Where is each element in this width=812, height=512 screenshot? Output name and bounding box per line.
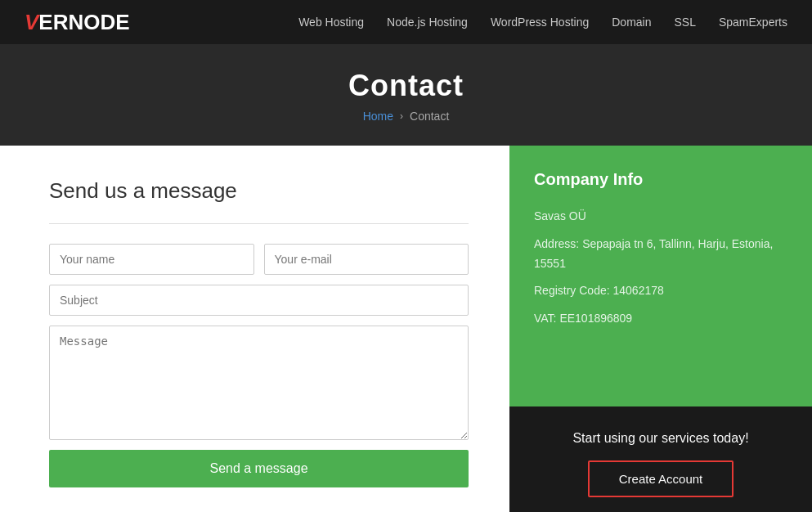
content-wrapper: Send us a message Send a message Company… — [0, 146, 812, 512]
message-textarea[interactable] — [49, 326, 469, 440]
company-address: Address: Sepapaja tn 6, Tallinn, Harju, … — [534, 235, 787, 274]
logo-rest: ERNODE — [38, 10, 129, 35]
nav-links: Web Hosting Node.js Hosting WordPress Ho… — [298, 16, 787, 29]
form-heading: Send us a message — [49, 178, 469, 204]
company-registry: Registry Code: 14062178 — [534, 281, 787, 301]
breadcrumb-current: Contact — [410, 110, 449, 123]
subject-input[interactable] — [49, 285, 469, 316]
page-title: Contact — [0, 69, 812, 103]
subject-row — [49, 285, 469, 316]
navbar: V ERNODE Web Hosting Node.js Hosting Wor… — [0, 0, 812, 44]
nav-spamexperts[interactable]: SpamExperts — [719, 16, 787, 29]
breadcrumb-home[interactable]: Home — [363, 110, 393, 123]
name-email-row — [49, 244, 469, 275]
sidebar: Company Info Savas OÜ Address: Sepapaja … — [509, 146, 812, 512]
breadcrumb-separator: › — [400, 110, 403, 122]
email-input[interactable] — [264, 244, 469, 275]
company-info-section: Company Info Savas OÜ Address: Sepapaja … — [509, 146, 812, 406]
cta-text: Start using our services today! — [534, 431, 787, 446]
nav-nodejs-hosting[interactable]: Node.js Hosting — [387, 16, 468, 29]
breadcrumb: Home › Contact — [0, 110, 812, 123]
company-vat: VAT: EE101896809 — [534, 309, 787, 329]
logo-v: V — [25, 10, 38, 35]
company-info-heading: Company Info — [534, 170, 787, 189]
nav-domain[interactable]: Domain — [612, 16, 651, 29]
nav-ssl[interactable]: SSL — [674, 16, 695, 29]
contact-form-area: Send us a message Send a message — [0, 146, 509, 512]
submit-button[interactable]: Send a message — [49, 450, 469, 487]
nav-wordpress-hosting[interactable]: WordPress Hosting — [491, 16, 589, 29]
nav-web-hosting[interactable]: Web Hosting — [298, 16, 364, 29]
create-account-button[interactable]: Create Account — [588, 460, 734, 497]
form-divider — [49, 223, 469, 224]
cta-section: Start using our services today! Create A… — [509, 406, 812, 512]
company-name: Savas OÜ — [534, 207, 787, 227]
name-input[interactable] — [49, 244, 254, 275]
hero-section: Contact Home › Contact — [0, 44, 812, 146]
logo[interactable]: V ERNODE — [25, 10, 130, 35]
